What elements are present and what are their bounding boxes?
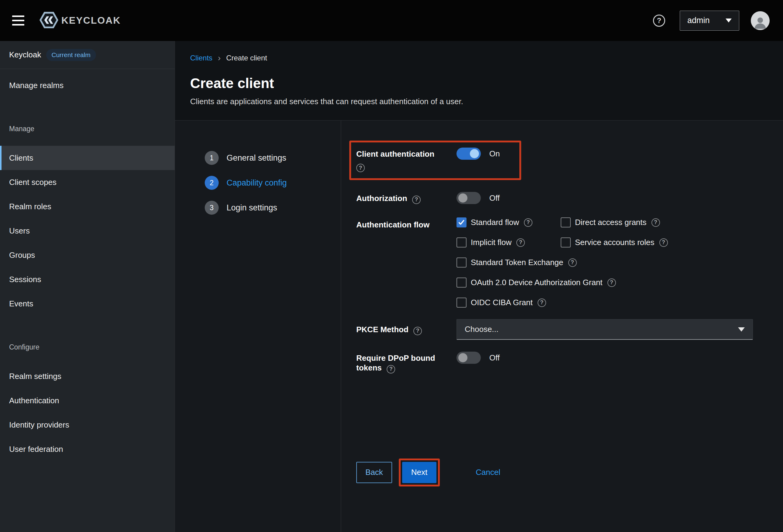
checkbox-oauth-2-0-device-authorization-grant[interactable]: OAuth 2.0 Device Authorization Grant? bbox=[457, 278, 616, 287]
checkbox-box[interactable] bbox=[561, 217, 571, 227]
checkbox-label: OIDC CIBA Grant bbox=[471, 298, 533, 307]
pkce-method-value: Choose... bbox=[465, 324, 498, 334]
user-menu-dropdown[interactable]: admin bbox=[680, 11, 739, 31]
checkbox-label: Implicit flow bbox=[471, 238, 511, 247]
authentication-flow-options: Standard flow?Direct access grants?Impli… bbox=[457, 217, 668, 308]
user-menu-label: admin bbox=[687, 16, 710, 25]
help-icon[interactable]: ? bbox=[653, 14, 665, 27]
step-number: 3 bbox=[205, 201, 219, 215]
capability-config-form: Client authentication ? On bbox=[341, 121, 783, 532]
sidebar-item-realm-roles[interactable]: Realm roles bbox=[0, 194, 175, 219]
checkbox-box[interactable] bbox=[457, 278, 467, 287]
authorization-state: Off bbox=[489, 193, 500, 203]
chevron-right-icon: › bbox=[218, 54, 220, 62]
checkbox-box[interactable] bbox=[561, 238, 571, 248]
pkce-method-select[interactable]: Choose... bbox=[457, 319, 753, 340]
checkbox-direct-access-grants[interactable]: Direct access grants? bbox=[561, 217, 660, 227]
sidebar: Keycloak Current realm Manage realms Man… bbox=[0, 41, 175, 532]
sidebar-item-sessions[interactable]: Sessions bbox=[0, 267, 175, 291]
authentication-flow-label: Authentication flow bbox=[356, 220, 430, 229]
sidebar-section-label-manage: Manage bbox=[0, 125, 175, 133]
page-header: Clients › Create client Create client Cl… bbox=[175, 41, 783, 121]
keycloak-logo-icon bbox=[39, 12, 58, 29]
checkbox-service-accounts-roles[interactable]: Service accounts roles? bbox=[561, 238, 668, 248]
wizard-step-login-settings[interactable]: 3Login settings bbox=[175, 201, 341, 215]
next-button[interactable]: Next bbox=[402, 462, 436, 483]
dpop-label: Require DPoP bound tokens bbox=[356, 353, 435, 372]
chevron-down-icon bbox=[738, 327, 745, 332]
annotation-next-button: Next bbox=[399, 459, 440, 487]
step-number: 1 bbox=[205, 151, 219, 165]
back-button[interactable]: Back bbox=[356, 462, 392, 483]
checkbox-box[interactable] bbox=[457, 238, 467, 248]
authorization-label: Authorization bbox=[356, 194, 407, 203]
wizard-step-general-settings[interactable]: 1General settings bbox=[175, 151, 341, 165]
breadcrumb: Clients › Create client bbox=[190, 54, 765, 62]
page-title: Create client bbox=[190, 75, 765, 91]
hamburger-icon bbox=[12, 15, 24, 17]
sidebar-item-authentication[interactable]: Authentication bbox=[0, 388, 175, 413]
checkbox-label: Standard flow bbox=[471, 218, 519, 227]
page-subtitle: Clients are applications and services th… bbox=[190, 97, 765, 106]
step-label: General settings bbox=[226, 153, 286, 163]
help-icon[interactable]: ? bbox=[607, 278, 616, 287]
main-content: Clients › Create client Create client Cl… bbox=[175, 41, 783, 532]
client-authentication-label: Client authentication bbox=[356, 149, 457, 159]
sidebar-item-manage-realms[interactable]: Manage realms bbox=[0, 73, 175, 97]
help-icon[interactable]: ? bbox=[659, 238, 668, 247]
help-icon[interactable]: ? bbox=[516, 238, 525, 247]
top-bar: KEYCLOAK ? admin bbox=[0, 0, 783, 41]
wizard-steps: 1General settings2Capability config3Logi… bbox=[175, 121, 341, 532]
authentication-flow-row: Authentication flow Standard flow?Direct… bbox=[356, 220, 783, 308]
client-authentication-toggle[interactable] bbox=[457, 148, 481, 160]
avatar[interactable] bbox=[751, 11, 770, 30]
checkbox-label: Standard Token Exchange bbox=[471, 258, 563, 267]
current-realm-badge[interactable]: Current realm bbox=[46, 49, 96, 61]
dpop-toggle[interactable] bbox=[457, 352, 481, 364]
client-authentication-row: Client authentication ? On bbox=[356, 149, 500, 172]
checkbox-label: OAuth 2.0 Device Authorization Grant bbox=[471, 278, 603, 287]
sidebar-item-events[interactable]: Events bbox=[0, 291, 175, 316]
person-icon bbox=[752, 14, 768, 30]
cancel-button[interactable]: Cancel bbox=[476, 468, 500, 477]
breadcrumb-current: Create client bbox=[226, 54, 267, 62]
checkbox-implicit-flow[interactable]: Implicit flow? bbox=[457, 238, 561, 248]
sidebar-item-groups[interactable]: Groups bbox=[0, 243, 175, 267]
pkce-method-label: PKCE Method bbox=[356, 325, 408, 334]
sidebar-item-user-federation[interactable]: User federation bbox=[0, 437, 175, 461]
sidebar-item-users[interactable]: Users bbox=[0, 219, 175, 243]
realm-name: Keycloak bbox=[9, 50, 41, 60]
sidebar-item-client-scopes[interactable]: Client scopes bbox=[0, 170, 175, 194]
help-icon[interactable]: ? bbox=[387, 365, 395, 374]
checkbox-box[interactable] bbox=[457, 298, 467, 308]
help-icon[interactable]: ? bbox=[568, 258, 577, 267]
checkbox-label: Service accounts roles bbox=[575, 238, 655, 247]
nav-toggle-button[interactable] bbox=[12, 15, 26, 26]
checkbox-standard-token-exchange[interactable]: Standard Token Exchange? bbox=[457, 257, 577, 268]
keycloak-admin-console: KEYCLOAK ? admin Keycloak Current realm … bbox=[0, 0, 783, 532]
help-icon[interactable]: ? bbox=[413, 327, 422, 335]
dpop-state: Off bbox=[489, 353, 500, 363]
sidebar-section-label-configure: Configure bbox=[0, 343, 175, 351]
authorization-row: Authorization ? Off bbox=[356, 193, 783, 204]
help-icon[interactable]: ? bbox=[524, 218, 532, 227]
keycloak-logo: KEYCLOAK bbox=[39, 12, 121, 29]
sidebar-item-identity-providers[interactable]: Identity providers bbox=[0, 413, 175, 437]
pkce-method-row: PKCE Method ? Choose... bbox=[356, 324, 783, 340]
wizard-step-capability-config[interactable]: 2Capability config bbox=[175, 176, 341, 190]
checkbox-oidc-ciba-grant[interactable]: OIDC CIBA Grant? bbox=[457, 298, 546, 308]
checkbox-box[interactable] bbox=[457, 257, 467, 268]
client-authentication-state: On bbox=[489, 149, 500, 158]
checkbox-standard-flow[interactable]: Standard flow? bbox=[457, 217, 561, 227]
help-icon[interactable]: ? bbox=[652, 218, 660, 227]
help-icon[interactable]: ? bbox=[538, 299, 546, 307]
help-icon[interactable]: ? bbox=[412, 195, 421, 204]
chevron-down-icon bbox=[726, 19, 732, 23]
dpop-row: Require DPoP bound tokens ? Off bbox=[356, 353, 783, 374]
authorization-toggle[interactable] bbox=[457, 192, 481, 204]
breadcrumb-clients-link[interactable]: Clients bbox=[190, 54, 212, 62]
checkbox-checked-icon[interactable] bbox=[457, 217, 467, 227]
help-icon[interactable]: ? bbox=[356, 164, 365, 172]
sidebar-item-clients[interactable]: Clients bbox=[0, 146, 175, 170]
sidebar-item-realm-settings[interactable]: Realm settings bbox=[0, 364, 175, 388]
